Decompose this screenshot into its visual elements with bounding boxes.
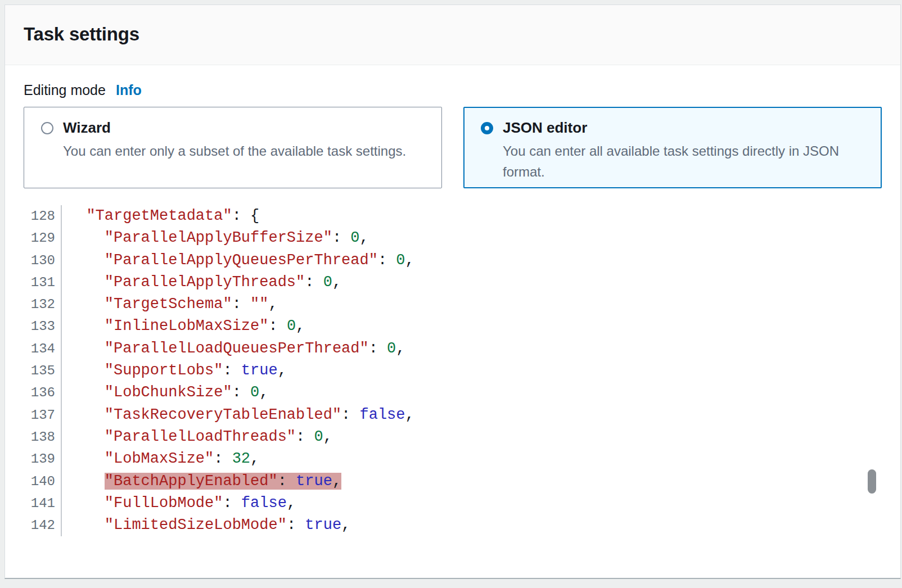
line-number: 135 [24,360,62,382]
line-number: 139 [24,448,62,470]
code-text: "ParallelLoadQueuesPerThread": 0, [62,338,405,360]
line-number: 128 [24,205,62,227]
highlighted-code: "BatchApplyEnabled": true, [105,473,341,490]
code-text: "ParallelApplyThreads": 0, [62,272,341,293]
line-number: 142 [24,514,62,536]
code-line[interactable]: 137 "TaskRecoveryTableEnabled": false, [24,404,882,426]
option-description: You can enter only a subset of the avail… [63,141,428,161]
editing-mode-label: Editing mode [24,82,106,98]
line-number: 137 [24,404,62,426]
code-text: "LimitedSizeLobMode": true, [62,514,350,536]
code-line[interactable]: 136 "LobChunkSize": 0, [24,382,882,404]
task-settings-panel: Task settings Editing mode Info Wizard Y… [4,4,901,579]
radio-icon[interactable] [41,122,53,134]
code-text: "TargetMetadata": { [62,205,259,227]
code-line[interactable]: 141 "FullLobMode": false, [24,492,882,514]
panel-title: Task settings [24,24,882,45]
code-text: "ParallelApplyBufferSize": 0, [62,227,369,249]
option-description: You can enter all available task setting… [503,141,868,182]
code-text: "InlineLobMaxSize": 0, [62,315,305,337]
code-line[interactable]: 129 "ParallelApplyBufferSize": 0, [24,227,882,249]
code-text: "LobChunkSize": 0, [62,382,268,404]
line-number: 140 [24,471,62,492]
code-line[interactable]: 131 "ParallelApplyThreads": 0, [24,272,882,293]
code-text: "BatchApplyEnabled": true, [62,471,341,492]
option-head: JSON editor [481,119,868,137]
code-line[interactable]: 139 "LobMaxSize": 32, [24,448,882,470]
code-line[interactable]: 132 "TargetSchema": "", [24,293,882,315]
option-head: Wizard [41,119,428,137]
code-line[interactable]: 133 "InlineLobMaxSize": 0, [24,315,882,337]
json-editor-code[interactable]: 128 "TargetMetadata": {129 "ParallelAppl… [24,205,882,536]
code-text: "ParallelLoadThreads": 0, [62,426,332,448]
line-number: 138 [24,426,62,448]
line-number: 131 [24,272,62,293]
option-label: JSON editor [503,119,587,137]
code-text: "SupportLobs": true, [62,360,287,382]
code-text: "ParallelApplyQueuesPerThread": 0, [62,250,414,272]
code-line[interactable]: 134 "ParallelLoadQueuesPerThread": 0, [24,338,882,360]
panel-content: Editing mode Info Wizard You can enter o… [5,82,900,536]
scrollbar-thumb[interactable] [868,469,876,494]
option-label: Wizard [63,119,111,137]
code-text: "TargetSchema": "", [62,293,278,315]
code-line[interactable]: 130 "ParallelApplyQueuesPerThread": 0, [24,250,882,272]
line-number: 129 [24,227,62,249]
radio-icon[interactable] [481,122,493,134]
code-text: "LobMaxSize": 32, [62,448,259,470]
code-line[interactable]: 128 "TargetMetadata": { [24,205,882,227]
line-number: 130 [24,250,62,272]
editing-mode-options: Wizard You can enter only a subset of th… [24,107,882,188]
code-line[interactable]: 138 "ParallelLoadThreads": 0, [24,426,882,448]
line-number: 134 [24,338,62,360]
code-line[interactable]: 140 "BatchApplyEnabled": true, [24,471,882,492]
code-text: "FullLobMode": false, [62,492,296,514]
info-link[interactable]: Info [116,82,142,98]
line-number: 133 [24,315,62,337]
code-line[interactable]: 135 "SupportLobs": true, [24,360,882,382]
panel-header: Task settings [5,5,900,65]
line-number: 136 [24,382,62,404]
line-number: 141 [24,492,62,514]
code-line[interactable]: 142 "LimitedSizeLobMode": true, [24,514,882,536]
code-text: "TaskRecoveryTableEnabled": false, [62,404,414,426]
editing-mode-row: Editing mode Info [24,82,882,98]
editing-mode-option-json-editor[interactable]: JSON editor You can enter all available … [463,107,882,188]
editing-mode-option-wizard[interactable]: Wizard You can enter only a subset of th… [24,107,442,188]
line-number: 132 [24,293,62,315]
